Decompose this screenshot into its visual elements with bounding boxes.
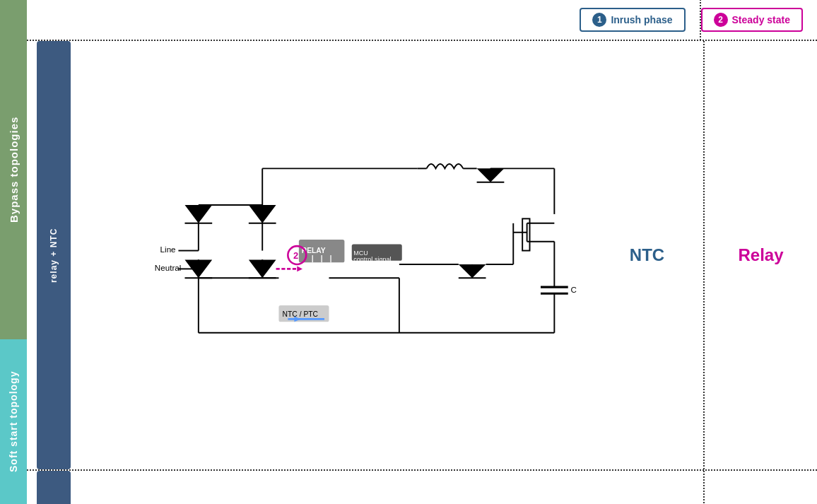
svg-text:C: C [571,285,577,294]
inrush-badge: 1 Inrush phase [580,8,685,32]
scr-ntc-row: SCR + NTC [27,471,817,504]
steady-number: 2 [714,13,728,27]
scr-ntc-circuit: Line Neutral 1 [80,471,591,504]
steady-label: Steady state [732,14,790,25]
relay-ntc-circuit: Line Neutral [80,41,591,469]
relay-ntc-steady-col: Relay [705,41,817,469]
bypass-topologies-label: Bypass topologies [0,0,27,339]
steady-badge: 2 Steady state [701,8,803,32]
rows-area: relay + NTC [27,41,817,504]
svg-text:Neutral: Neutral [155,263,181,272]
scr-ntc-label-col: SCR + NTC [27,471,80,504]
inrush-number: 1 [592,13,606,27]
scr-ntc-steady-col: SCRs [705,471,817,504]
scr-ntc-inrush-col: NTC [591,471,705,504]
svg-text:2: 2 [293,250,298,261]
relay-ntc-label: relay + NTC [37,41,71,469]
relay-ntc-steady-label: Relay [738,245,783,265]
header-row: 1 Inrush phase 2 Steady state [27,0,817,41]
relay-ntc-label-col: relay + NTC [27,41,80,469]
relay-ntc-right: NTC Relay [591,41,817,469]
main-container: Bypass topologies Soft start topology 1 … [0,0,817,504]
scr-ntc-label: SCR + NTC [37,471,71,504]
relay-ntc-inrush-col: NTC [591,41,705,469]
svg-text:NTC / PTC: NTC / PTC [283,310,319,318]
svg-text:control signal: control signal [353,256,391,263]
inrush-label: Inrush phase [611,14,672,25]
left-labels: Bypass topologies Soft start topology [0,0,27,504]
relay-ntc-row: relay + NTC [27,41,817,471]
softstart-topology-label: Soft start topology [0,339,27,504]
scr-ntc-right: NTC SCRs [591,471,817,504]
svg-marker-33 [297,266,302,272]
svg-text:Line: Line [160,245,176,254]
relay-ntc-inrush-label: NTC [630,245,664,265]
content-area: 1 Inrush phase 2 Steady state relay + NT… [27,0,817,504]
